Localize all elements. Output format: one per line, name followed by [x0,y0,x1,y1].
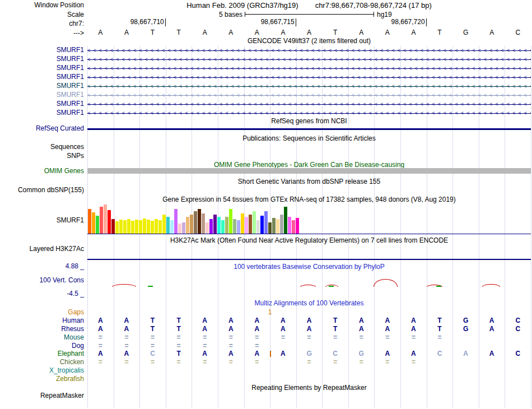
alignment-base: A [400,317,427,324]
gencode-gene-label[interactable]: SMURF1 [0,82,84,90]
conservation-dash [436,286,442,287]
gtex-bar [155,219,158,234]
alignment-base [452,342,479,350]
alignment-base: = [192,334,218,341]
gtex-bar [221,220,225,234]
gtex-bar [104,204,107,234]
gtex-bar [166,217,170,234]
alignment-base: A [375,350,401,357]
alignment-base: = [87,334,114,341]
base-letter: A [270,29,296,36]
alignment-base: A [218,350,244,357]
scale-value: 5 bases [87,11,242,18]
refseq-transcript-bar[interactable] [87,128,531,130]
sequences-label[interactable]: Sequences [0,143,84,151]
h3k27ac-header[interactable]: H3K27Ac Mark (Often Found Near Active Re… [87,237,531,244]
alignment-base: A [479,350,505,357]
gtex-bars[interactable] [88,204,300,234]
strand-label[interactable]: ---> [0,30,84,37]
alignment-base: = [218,342,244,350]
gencode-gene-label[interactable]: SMURF1 [0,91,84,99]
gencode-gene-label[interactable]: SMURF1 [0,47,84,54]
gencode-gene-label[interactable]: SMURF1 [0,73,84,81]
dbsnp-label[interactable]: Common dbSNP(155) [0,187,84,194]
gtex-bar [288,217,291,234]
alignment-base: = [218,334,244,341]
gencode-transcript-row[interactable]: <<<<<<<<<<<<<<<<<<<<<<<<<<<<<<<<<<<<<<<<… [87,74,531,81]
base-letter: G [452,29,479,36]
gencode-transcript-row[interactable]: <<<<<<<<<<<<<<<<<<<<<<<<<<<<<<<<<<<<<<<<… [87,101,531,108]
h3k27ac-label[interactable]: Layered H3K27Ac [0,245,84,253]
assembly-text: Human Feb. 2009 (GRCh37/hg19) [186,1,298,10]
alignment-base: = [270,334,296,341]
gencode-gene-label[interactable]: SMURF1 [0,100,84,108]
gtex-header[interactable]: Gene Expression in 54 tissues from GTEx … [87,196,531,203]
alignment-base: = [139,359,166,366]
multiz-row-mouse: ============== [87,334,531,341]
gencode-transcript-row[interactable]: <<<<<<<<<<<<<<<<<<<<<<<<<<<<<<<<<<<<<<<<… [87,92,531,99]
gtex-bar [260,216,264,234]
multiz-row-label-x_tropicalis[interactable]: X_tropicalis [0,367,84,374]
base-letter: C [505,29,531,36]
alignment-base: = [87,359,114,366]
multiz-row-label-rhesus[interactable]: Rhesus [0,326,84,333]
multiz-row-label-mouse[interactable]: Mouse [0,334,84,341]
alignment-base: A [452,350,479,357]
multiz-row-label-elephant[interactable]: Elephant [0,350,84,357]
repeatmasker-header[interactable]: Repeating Elements by RepeatMasker [87,384,531,392]
multiz-row-label-zebrafish[interactable]: Zebrafish [0,375,84,383]
conservation-peak [374,279,398,287]
gencode-gene-label[interactable]: SMURF1 [0,55,84,63]
gencode-gene-label[interactable]: SMURF1 [0,64,84,72]
gtex-bar [194,211,197,234]
snps-label[interactable]: SNPs [0,152,84,160]
alignment-base: = [322,359,348,366]
base-letter: A [218,29,244,36]
gtex-gene-label[interactable]: SMURF1 [0,217,84,224]
alignment-base [505,342,531,350]
multiz-row-label-gaps[interactable]: Gaps [0,309,84,316]
alignment-base [400,342,427,350]
conservation-header[interactable]: 100 vertebrates Basewise Conservation by… [87,263,531,271]
alignment-base [479,334,505,341]
multiz-row-label-human[interactable]: Human [0,317,84,324]
conservation-track-label[interactable]: 100 Vert. Cons [0,277,84,284]
gencode-transcript-row[interactable]: <<<<<<<<<<<<<<<<<<<<<<<<<<<<<<<<<<<<<<<<… [87,47,531,54]
alignment-base [452,334,479,341]
gencode-transcript-row[interactable]: <<<<<<<<<<<<<<<<<<<<<<<<<<<<<<<<<<<<<<<<… [87,110,531,117]
refseq-curated-label[interactable]: RefSeq Curated [0,125,84,132]
multiz-row-label-chicken[interactable]: Chicken [0,359,84,366]
alignment-base: = [427,334,453,341]
base-letter: A [375,29,401,36]
alignment-base: = [375,334,401,341]
gencode-gene-label[interactable]: SMURF1 [0,109,84,117]
repeatmasker-label[interactable]: RepeatMasker [0,392,84,399]
gtex-bar [190,215,193,234]
alignment-base: A [375,317,401,324]
multiz-header[interactable]: Multiz Alignments of 100 Vertebrates [87,300,531,307]
gtex-bar [233,219,236,234]
alignment-base: A [375,326,401,333]
omim-gene-bar[interactable] [87,168,531,174]
gencode-header[interactable]: GENCODE V49lift37 (2 items filtered out) [87,38,531,45]
multiz-row-label-dog[interactable]: Dog [0,342,84,350]
dbsnp-header[interactable]: Short Genetic Variants from dbSNP releas… [87,178,531,185]
gtex-bar [100,207,103,234]
gtex-bar [276,219,279,234]
base-letter: A [296,29,323,36]
gtex-bar [225,217,228,234]
gencode-transcript-row[interactable]: <<<<<<<<<<<<<<<<<<<<<<<<<<<<<<<<<<<<<<<<… [87,83,531,90]
gencode-transcript-row[interactable]: <<<<<<<<<<<<<<<<<<<<<<<<<<<<<<<<<<<<<<<<… [87,65,531,72]
h3k27ac-baseline [87,259,531,260]
alignment-base: A [87,317,114,324]
omim-genes-label[interactable]: OMIM Genes [0,168,84,175]
alignment-base: = [139,342,166,350]
alignment-base: = [166,334,192,341]
gtex-bar [241,213,244,234]
alignment-base: A [87,326,114,333]
publications-header[interactable]: Publications: Sequences in Scientific Ar… [87,135,531,142]
alignment-base: C [139,350,166,357]
conservation-min-label: -4.5 _ [0,290,84,298]
refseq-header[interactable]: RefSeq genes from NCBI [87,118,531,125]
gencode-transcript-row[interactable]: <<<<<<<<<<<<<<<<<<<<<<<<<<<<<<<<<<<<<<<<… [87,56,531,63]
